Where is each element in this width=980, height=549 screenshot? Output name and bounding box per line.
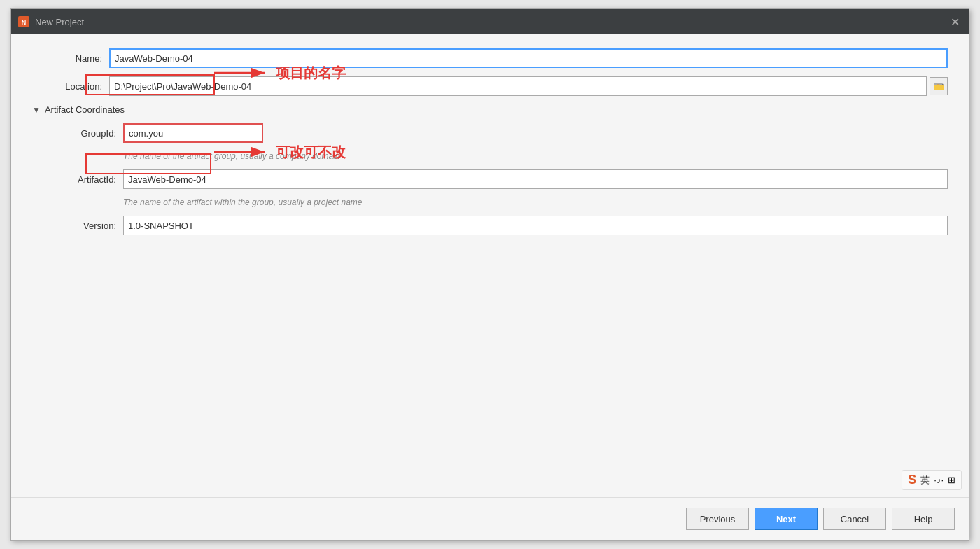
location-row: Location: — [32, 76, 948, 96]
groupid-row: GroupId: — [46, 123, 948, 143]
location-input[interactable] — [109, 76, 927, 96]
next-button[interactable]: Next — [755, 508, 818, 530]
svg-rect-4 — [934, 85, 944, 90]
svg-text:N: N — [22, 19, 27, 26]
previous-button[interactable]: Previous — [686, 508, 749, 530]
sogou-icons: ·♪· — [934, 475, 944, 485]
version-input[interactable] — [123, 216, 948, 235]
artifactid-row: ArtifactId: — [46, 169, 948, 189]
artifactid-help: The name of the artifact within the grou… — [123, 197, 948, 207]
close-button[interactable]: ✕ — [948, 15, 962, 29]
groupid-help: The name of the artifact group, usually … — [123, 151, 948, 161]
section-collapse-arrow[interactable]: ▼ — [32, 105, 41, 115]
name-row: Name: — [32, 48, 948, 68]
dialog-icon: N — [18, 16, 29, 27]
version-row: Version: — [46, 216, 948, 235]
sogou-logo: S — [908, 473, 916, 487]
location-label: Location: — [32, 81, 109, 92]
groupid-label: GroupId: — [46, 128, 123, 139]
section-title: Artifact Coordinates — [45, 104, 125, 115]
sogou-grid: ⊞ — [948, 475, 955, 485]
help-button[interactable]: Help — [892, 508, 955, 530]
dialog-footer: Previous Next Cancel Help — [11, 497, 969, 540]
browse-button[interactable] — [930, 77, 948, 95]
title-bar: N New Project ✕ — [11, 9, 969, 34]
name-label: Name: — [32, 53, 109, 64]
artifactid-input[interactable] — [123, 169, 948, 189]
groupid-input[interactable] — [123, 123, 263, 143]
cancel-button[interactable]: Cancel — [823, 508, 886, 530]
sogou-input-bar: S 英 ·♪· ⊞ — [902, 470, 962, 490]
version-label: Version: — [46, 221, 123, 231]
artifact-section-content: GroupId: The name of the artifact group,… — [32, 123, 948, 235]
dialog-content: Name: Location: — [11, 34, 969, 497]
artifactid-label: ArtifactId: — [46, 174, 123, 185]
sogou-text: 英 — [920, 474, 930, 487]
artifact-section-header: ▼ Artifact Coordinates — [32, 104, 948, 115]
new-project-dialog: N New Project ✕ Name: Location: — [10, 8, 969, 541]
dialog-title: New Project — [35, 17, 942, 27]
name-input[interactable] — [109, 48, 948, 68]
location-wrapper — [109, 76, 948, 96]
